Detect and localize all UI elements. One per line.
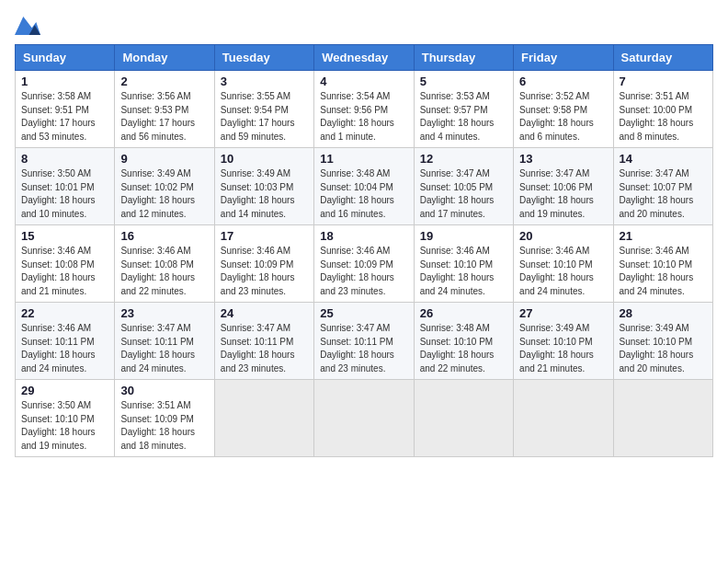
calendar-week-row: 8Sunrise: 3:50 AMSunset: 10:01 PMDayligh… bbox=[16, 148, 713, 225]
calendar-day: 22Sunrise: 3:46 AMSunset: 10:11 PMDaylig… bbox=[16, 303, 115, 380]
calendar-day: 20Sunrise: 3:46 AMSunset: 10:10 PMDaylig… bbox=[514, 225, 613, 303]
calendar-day bbox=[414, 380, 513, 457]
day-info: Sunrise: 3:48 AMSunset: 10:04 PMDaylight… bbox=[320, 167, 407, 221]
day-number: 16 bbox=[120, 229, 208, 243]
calendar-day: 23Sunrise: 3:47 AMSunset: 10:11 PMDaylig… bbox=[115, 303, 214, 380]
calendar-day: 12Sunrise: 3:47 AMSunset: 10:05 PMDaylig… bbox=[414, 148, 513, 225]
calendar-day: 21Sunrise: 3:46 AMSunset: 10:10 PMDaylig… bbox=[613, 225, 712, 303]
calendar-day bbox=[214, 380, 313, 457]
calendar-day: 17Sunrise: 3:46 AMSunset: 10:09 PMDaylig… bbox=[214, 225, 313, 303]
day-number: 10 bbox=[221, 152, 308, 166]
day-number: 28 bbox=[620, 306, 707, 320]
calendar-day: 1Sunrise: 3:58 AMSunset: 9:51 PMDaylight… bbox=[16, 71, 115, 148]
calendar-day: 3Sunrise: 3:55 AMSunset: 9:54 PMDaylight… bbox=[214, 71, 313, 148]
calendar-day: 7Sunrise: 3:51 AMSunset: 10:00 PMDayligh… bbox=[613, 71, 712, 148]
logo bbox=[15, 15, 44, 37]
day-info: Sunrise: 3:54 AMSunset: 9:56 PMDaylight:… bbox=[320, 90, 407, 144]
calendar-day bbox=[514, 380, 613, 457]
day-number: 20 bbox=[519, 229, 607, 243]
day-info: Sunrise: 3:49 AMSunset: 10:10 PMDaylight… bbox=[519, 322, 607, 375]
day-info: Sunrise: 3:49 AMSunset: 10:10 PMDaylight… bbox=[620, 322, 707, 375]
day-info: Sunrise: 3:46 AMSunset: 10:09 PMDaylight… bbox=[221, 245, 308, 298]
day-info: Sunrise: 3:49 AMSunset: 10:02 PMDaylight… bbox=[120, 167, 208, 221]
day-number: 6 bbox=[519, 75, 607, 88]
day-number: 19 bbox=[420, 229, 507, 243]
calendar-day: 28Sunrise: 3:49 AMSunset: 10:10 PMDaylig… bbox=[613, 303, 712, 380]
day-header-thursday: Thursday bbox=[414, 45, 513, 71]
calendar-day: 2Sunrise: 3:56 AMSunset: 9:53 PMDaylight… bbox=[115, 71, 214, 148]
logo-icon bbox=[15, 15, 40, 37]
calendar-day: 5Sunrise: 3:53 AMSunset: 9:57 PMDaylight… bbox=[414, 71, 513, 148]
day-info: Sunrise: 3:47 AMSunset: 10:11 PMDaylight… bbox=[221, 322, 308, 375]
day-info: Sunrise: 3:46 AMSunset: 10:11 PMDaylight… bbox=[21, 322, 108, 375]
calendar-day: 18Sunrise: 3:46 AMSunset: 10:09 PMDaylig… bbox=[314, 225, 414, 303]
day-info: Sunrise: 3:46 AMSunset: 10:08 PMDaylight… bbox=[120, 245, 208, 298]
day-number: 25 bbox=[320, 306, 407, 320]
day-number: 17 bbox=[221, 229, 308, 243]
calendar-day: 27Sunrise: 3:49 AMSunset: 10:10 PMDaylig… bbox=[514, 303, 613, 380]
day-info: Sunrise: 3:58 AMSunset: 9:51 PMDaylight:… bbox=[21, 90, 108, 144]
day-number: 5 bbox=[420, 75, 507, 88]
day-info: Sunrise: 3:50 AMSunset: 10:01 PMDaylight… bbox=[21, 167, 108, 221]
day-info: Sunrise: 3:56 AMSunset: 9:53 PMDaylight:… bbox=[120, 90, 208, 144]
day-number: 4 bbox=[320, 75, 407, 88]
calendar-week-row: 1Sunrise: 3:58 AMSunset: 9:51 PMDaylight… bbox=[16, 71, 713, 148]
calendar-day bbox=[314, 380, 414, 457]
day-info: Sunrise: 3:53 AMSunset: 9:57 PMDaylight:… bbox=[420, 90, 507, 144]
day-number: 18 bbox=[320, 229, 407, 243]
day-number: 13 bbox=[519, 152, 607, 166]
day-header-wednesday: Wednesday bbox=[314, 45, 414, 71]
calendar-day: 29Sunrise: 3:50 AMSunset: 10:10 PMDaylig… bbox=[16, 380, 115, 457]
day-info: Sunrise: 3:52 AMSunset: 9:58 PMDaylight:… bbox=[519, 90, 607, 144]
calendar-day: 8Sunrise: 3:50 AMSunset: 10:01 PMDayligh… bbox=[16, 148, 115, 225]
day-number: 26 bbox=[420, 306, 507, 320]
calendar-day: 14Sunrise: 3:47 AMSunset: 10:07 PMDaylig… bbox=[613, 148, 712, 225]
day-number: 2 bbox=[120, 75, 208, 88]
day-info: Sunrise: 3:49 AMSunset: 10:03 PMDaylight… bbox=[221, 167, 308, 221]
calendar-day: 16Sunrise: 3:46 AMSunset: 10:08 PMDaylig… bbox=[115, 225, 214, 303]
day-info: Sunrise: 3:46 AMSunset: 10:10 PMDaylight… bbox=[620, 245, 707, 298]
day-header-monday: Monday bbox=[115, 45, 214, 71]
day-number: 14 bbox=[620, 152, 707, 166]
day-number: 29 bbox=[21, 384, 108, 397]
day-number: 27 bbox=[519, 306, 607, 320]
day-number: 12 bbox=[420, 152, 507, 166]
calendar-day: 15Sunrise: 3:46 AMSunset: 10:08 PMDaylig… bbox=[16, 225, 115, 303]
calendar-day: 13Sunrise: 3:47 AMSunset: 10:06 PMDaylig… bbox=[514, 148, 613, 225]
day-header-friday: Friday bbox=[514, 45, 613, 71]
day-info: Sunrise: 3:47 AMSunset: 10:11 PMDaylight… bbox=[320, 322, 407, 375]
day-number: 11 bbox=[320, 152, 407, 166]
day-number: 3 bbox=[221, 75, 308, 88]
day-number: 9 bbox=[120, 152, 208, 166]
day-info: Sunrise: 3:51 AMSunset: 10:09 PMDaylight… bbox=[120, 399, 208, 453]
day-number: 22 bbox=[21, 306, 108, 320]
header bbox=[15, 15, 713, 37]
day-info: Sunrise: 3:48 AMSunset: 10:10 PMDaylight… bbox=[420, 322, 507, 375]
calendar-week-row: 15Sunrise: 3:46 AMSunset: 10:08 PMDaylig… bbox=[16, 225, 713, 303]
calendar-header-row: SundayMondayTuesdayWednesdayThursdayFrid… bbox=[16, 45, 713, 71]
calendar-day: 26Sunrise: 3:48 AMSunset: 10:10 PMDaylig… bbox=[414, 303, 513, 380]
day-number: 15 bbox=[21, 229, 108, 243]
day-info: Sunrise: 3:50 AMSunset: 10:10 PMDaylight… bbox=[21, 399, 108, 453]
calendar-table: SundayMondayTuesdayWednesdayThursdayFrid… bbox=[15, 44, 713, 457]
day-info: Sunrise: 3:46 AMSunset: 10:10 PMDaylight… bbox=[519, 245, 607, 298]
day-number: 1 bbox=[21, 75, 108, 88]
day-number: 8 bbox=[21, 152, 108, 166]
day-info: Sunrise: 3:46 AMSunset: 10:08 PMDaylight… bbox=[21, 245, 108, 298]
day-info: Sunrise: 3:55 AMSunset: 9:54 PMDaylight:… bbox=[221, 90, 308, 144]
day-info: Sunrise: 3:47 AMSunset: 10:07 PMDaylight… bbox=[620, 167, 707, 221]
day-number: 30 bbox=[120, 384, 208, 397]
calendar-day: 11Sunrise: 3:48 AMSunset: 10:04 PMDaylig… bbox=[314, 148, 414, 225]
day-number: 21 bbox=[620, 229, 707, 243]
calendar-day: 4Sunrise: 3:54 AMSunset: 9:56 PMDaylight… bbox=[314, 71, 414, 148]
calendar-day: 9Sunrise: 3:49 AMSunset: 10:02 PMDayligh… bbox=[115, 148, 214, 225]
day-info: Sunrise: 3:46 AMSunset: 10:09 PMDaylight… bbox=[320, 245, 407, 298]
day-info: Sunrise: 3:46 AMSunset: 10:10 PMDaylight… bbox=[420, 245, 507, 298]
day-number: 24 bbox=[221, 306, 308, 320]
calendar-week-row: 29Sunrise: 3:50 AMSunset: 10:10 PMDaylig… bbox=[16, 380, 713, 457]
day-header-sunday: Sunday bbox=[16, 45, 115, 71]
day-number: 7 bbox=[620, 75, 707, 88]
calendar-week-row: 22Sunrise: 3:46 AMSunset: 10:11 PMDaylig… bbox=[16, 303, 713, 380]
calendar-day: 19Sunrise: 3:46 AMSunset: 10:10 PMDaylig… bbox=[414, 225, 513, 303]
calendar-day: 6Sunrise: 3:52 AMSunset: 9:58 PMDaylight… bbox=[514, 71, 613, 148]
